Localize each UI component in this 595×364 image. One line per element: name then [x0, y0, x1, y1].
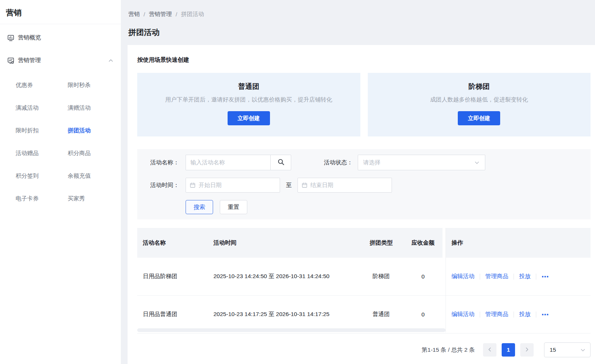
sidebar-subitem-ecard[interactable]: 电子卡券 — [16, 187, 68, 210]
publish-link[interactable]: 投放 — [519, 310, 531, 318]
action-divider — [480, 312, 480, 318]
table-horizontal-scrollbar[interactable] — [137, 328, 446, 332]
cell-activity-name: 日用品普通团 — [137, 296, 213, 333]
breadcrumb-current: 拼团活动 — [181, 10, 204, 18]
table-header-row: 活动名称 活动时间 拼团类型 应收金额 操作 — [137, 228, 591, 258]
page-number-1[interactable]: 1 — [502, 343, 515, 357]
edit-activity-link[interactable]: 编辑活动 — [451, 273, 475, 280]
sidebar-subitem-points-checkin[interactable]: 积分签到 — [16, 165, 68, 187]
scene-card-description: 用户下单开团后，邀请好友拼团，以优惠价格购买，提升店铺转化 — [165, 96, 332, 104]
pagination-summary: 第1-15 条 / 总共 2 条 — [422, 346, 475, 354]
monitor-bar-chart-icon — [7, 34, 15, 42]
sidebar-title: 营销 — [0, 0, 121, 24]
fixed-column-divider — [446, 228, 446, 332]
sidebar-nav: 营销概览 营销管理 — [0, 24, 121, 210]
end-date-input[interactable] — [298, 178, 392, 193]
manage-goods-link[interactable]: 管理商品 — [485, 273, 508, 280]
action-divider — [480, 274, 480, 280]
sidebar-subitem-flash-sale[interactable]: 限时秒杀 — [68, 74, 120, 97]
app-window: 营销 营销概览 — [0, 0, 595, 364]
chevron-down-icon — [580, 347, 586, 353]
chevron-left-icon — [487, 347, 492, 353]
sidebar-subitem-full-gift[interactable]: 满赠活动 — [68, 97, 120, 119]
quick-create-section-title: 按使用场景快速创建 — [137, 56, 591, 64]
sidebar-subitem-activity-gift[interactable]: 活动赠品 — [16, 142, 68, 165]
col-header-amount: 应收金额 — [403, 228, 443, 258]
end-date-field[interactable] — [311, 182, 388, 189]
sidebar-subitem-limited-discount[interactable]: 限时折扣 — [16, 119, 68, 142]
page-size-select[interactable]: 15 — [544, 342, 591, 357]
magnifier-icon — [277, 158, 284, 167]
publish-link[interactable]: 投放 — [519, 273, 531, 280]
chevron-right-icon — [524, 347, 530, 353]
breadcrumb-separator: / — [144, 11, 145, 18]
breadcrumb-separator: / — [176, 11, 177, 18]
page-size-value: 15 — [550, 347, 580, 353]
sidebar-subitem-points-goods[interactable]: 积分商品 — [68, 142, 120, 165]
scene-card-normal-group: 普通团 用户下单开团后，邀请好友拼团，以优惠价格购买，提升店铺转化 立即创建 — [137, 73, 360, 136]
cell-actions: 编辑活动 管理商品 投放 ⋯ — [446, 258, 591, 295]
sidebar-item-label: 营销概览 — [18, 34, 41, 42]
action-divider — [514, 274, 514, 280]
cell-amount: 0 — [403, 296, 443, 333]
calendar-icon — [190, 182, 196, 188]
scene-card-title: 阶梯团 — [469, 82, 490, 91]
breadcrumb-marketing-manage[interactable]: 营销管理 — [149, 10, 172, 18]
sidebar-subitem-balance-recharge[interactable]: 余额充值 — [68, 165, 120, 187]
table-row: 日用品阶梯团 2025-10-23 14:24:50 至 2026-10-31 … — [137, 258, 591, 296]
action-divider — [536, 274, 536, 280]
cell-activity-time: 2025-10-23 14:17:25 至 2026-10-31 14:17:2… — [213, 296, 359, 333]
filter-row-2: 活动时间： 至 — [150, 178, 591, 193]
next-page-button[interactable] — [520, 343, 534, 357]
manage-goods-link[interactable]: 管理商品 — [485, 310, 508, 318]
sidebar-subitem-full-reduction[interactable]: 满减活动 — [16, 97, 68, 119]
scene-card-title: 普通团 — [238, 82, 259, 91]
prev-page-button[interactable] — [483, 343, 496, 357]
breadcrumb: 营销 / 营销管理 / 拼团活动 — [128, 10, 595, 18]
sidebar-subitem-coupon[interactable]: 优惠券 — [16, 74, 68, 97]
table-body: 日用品阶梯团 2025-10-23 14:24:50 至 2026-10-31 … — [137, 258, 591, 334]
activity-time-label: 活动时间： — [150, 181, 186, 189]
scene-card-ladder-group: 阶梯团 成团人数越多价格越低，促进裂变转化 立即创建 — [368, 73, 591, 136]
cell-amount: 0 — [403, 258, 443, 295]
sidebar-item-marketing-overview[interactable]: 营销概览 — [0, 26, 121, 49]
filter-row-3: 搜索 重置 — [186, 200, 591, 214]
table-row: 日用品普通团 2025-10-23 14:17:25 至 2026-10-31 … — [137, 296, 591, 334]
sidebar: 营销 营销概览 — [0, 0, 121, 364]
page-title: 拼团活动 — [128, 27, 595, 38]
action-divider — [514, 312, 514, 318]
pagination: 第1-15 条 / 总共 2 条 1 — [137, 334, 591, 364]
action-divider — [536, 312, 536, 318]
sidebar-item-label: 营销管理 — [18, 57, 41, 64]
more-actions-icon[interactable]: ⋯ — [541, 311, 549, 318]
date-range-separator: 至 — [286, 181, 292, 189]
edit-activity-link[interactable]: 编辑活动 — [451, 310, 475, 318]
calendar-icon — [302, 182, 308, 188]
reset-button[interactable]: 重置 — [220, 200, 247, 214]
monitor-line-chart-gear-icon — [7, 57, 15, 65]
col-header-activity-time: 活动时间 — [213, 228, 359, 258]
more-actions-icon[interactable]: ⋯ — [541, 273, 549, 280]
create-normal-group-button[interactable]: 立即创建 — [228, 111, 270, 125]
activity-name-input[interactable] — [186, 155, 270, 170]
start-date-field[interactable] — [199, 182, 276, 189]
activity-status-select[interactable]: 请选择 — [358, 155, 485, 170]
start-date-input[interactable] — [186, 178, 280, 193]
filter-row-1: 活动名称： 活动状态： — [150, 155, 591, 170]
sidebar-subitem-group-buy[interactable]: 拼团活动 — [68, 119, 120, 142]
chevron-down-icon — [474, 160, 480, 165]
fixed-column-gap — [443, 228, 446, 258]
create-ladder-group-button[interactable]: 立即创建 — [458, 111, 500, 125]
col-header-group-type: 拼团类型 — [359, 228, 403, 258]
search-button[interactable]: 搜索 — [186, 200, 213, 214]
main-area: 营销 / 营销管理 / 拼团活动 拼团活动 按使用场景快速创建 普通团 用户下单… — [121, 0, 595, 364]
content-card: 按使用场景快速创建 普通团 用户下单开团后，邀请好友拼团，以优惠价格购买，提升店… — [128, 45, 595, 364]
breadcrumb-marketing[interactable]: 营销 — [128, 10, 140, 18]
cell-activity-name: 日用品阶梯团 — [137, 258, 213, 295]
sidebar-item-marketing-manage[interactable]: 营销管理 — [0, 49, 121, 72]
activity-table: 活动名称 活动时间 拼团类型 应收金额 操作 日用品阶梯团 2025-10-23… — [137, 228, 591, 334]
chevron-up-icon[interactable] — [108, 58, 113, 63]
col-header-activity-name: 活动名称 — [137, 228, 213, 258]
sidebar-subitem-buyer-show[interactable]: 买家秀 — [68, 187, 120, 210]
search-icon-button[interactable] — [270, 155, 291, 170]
